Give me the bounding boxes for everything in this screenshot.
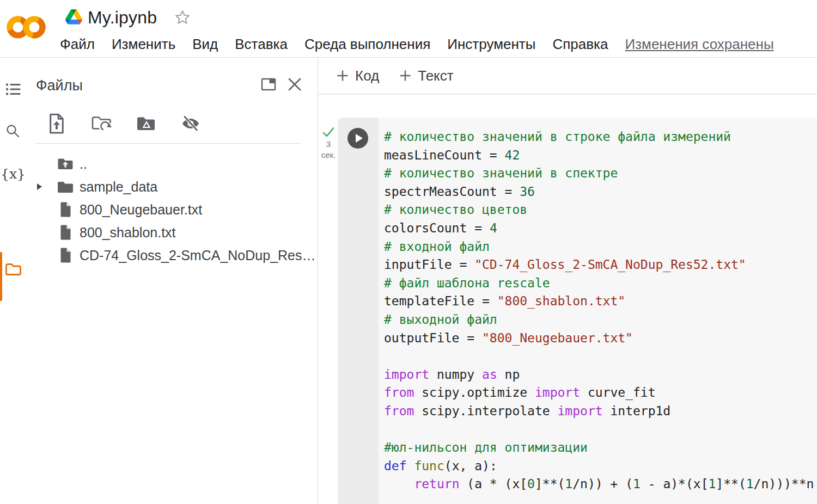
plus-icon <box>399 69 412 82</box>
toggle-hidden-files-icon[interactable] <box>180 112 202 135</box>
plus-icon <box>336 69 349 82</box>
code-editor[interactable]: # количество значений в строке файла изм… <box>379 118 817 504</box>
files-panel: Файлы <box>25 58 318 504</box>
code-line: import numpy as np <box>384 366 817 384</box>
menu-edit[interactable]: Изменить <box>112 36 175 53</box>
code-line: outputFile = "800_Neugebauer.txt" <box>384 329 817 348</box>
variables-icon[interactable]: {x} <box>4 164 22 183</box>
cell-gutter <box>338 118 379 504</box>
code-line <box>384 347 817 366</box>
add-code-label: Код <box>355 67 379 84</box>
tree-row-folder[interactable]: sample_data <box>25 175 318 198</box>
menu-tools[interactable]: Инструменты <box>447 36 535 53</box>
check-icon <box>322 126 335 138</box>
table-of-contents-icon[interactable] <box>4 80 22 99</box>
app-header: My.ipynb Файл Изменить Вид Вставка Среда… <box>0 0 817 58</box>
add-text-label: Текст <box>418 67 453 84</box>
mount-drive-icon[interactable] <box>135 112 157 135</box>
menu-file[interactable]: Файл <box>60 36 95 53</box>
exec-duration-value: 3 <box>326 139 331 149</box>
upload-file-icon[interactable] <box>46 112 68 135</box>
menu-view[interactable]: Вид <box>192 36 218 53</box>
menu-bar: Файл Изменить Вид Вставка Среда выполнен… <box>60 36 774 53</box>
play-icon <box>356 134 363 143</box>
code-line: #юл-нильсон для оптимизации <box>384 439 817 457</box>
tree-row-file[interactable]: CD-74_Gloss_2-SmCA_NoDup_Res… <box>25 244 318 267</box>
file-icon <box>56 201 75 218</box>
code-line: measLineCount = 42 <box>384 146 817 165</box>
code-line: from scipy.optimize import curve_fit <box>384 384 817 402</box>
tree-row-file[interactable]: 800_Neugebauer.txt <box>25 198 318 221</box>
folder-icon <box>56 180 75 194</box>
file-icon <box>56 247 75 263</box>
tree-label: sample_data <box>80 179 157 195</box>
cell-exec-status[interactable]: 3 сек. <box>319 126 338 160</box>
code-line: # входной файл <box>384 238 817 256</box>
code-line: # количество значений в спектре <box>384 164 817 183</box>
file-icon <box>56 224 75 241</box>
code-line: return (a * (x[0]**(1/n)) + (1 - a)*(x[1… <box>384 475 817 494</box>
tree-row-file[interactable]: 800_shablon.txt <box>25 221 318 244</box>
active-panel-indicator <box>0 252 2 301</box>
files-panel-title: Файлы <box>36 77 83 94</box>
menu-insert[interactable]: Вставка <box>235 36 288 53</box>
files-icon[interactable] <box>4 260 22 279</box>
file-tree: .. sample_data 800_Neugebauer.txt <box>25 152 318 267</box>
code-line: # количество значений в строке файла изм… <box>384 128 817 146</box>
tree-row-up[interactable]: .. <box>25 152 318 175</box>
add-code-button[interactable]: Код <box>336 67 379 84</box>
up-folder-icon <box>56 157 75 170</box>
notebook-area: Код Текст 3 сек. # количество значений в… <box>318 58 817 504</box>
exec-duration-unit: сек. <box>321 150 336 160</box>
code-line: spectrMeasCount = 36 <box>384 183 817 201</box>
code-line <box>384 421 817 439</box>
code-line: # выходной файл <box>384 311 817 329</box>
close-panel-icon[interactable] <box>285 75 304 94</box>
files-toolbar-divider <box>35 143 301 144</box>
tree-label: 800_Neugebauer.txt <box>80 202 202 218</box>
left-rail: {x} <box>0 58 25 504</box>
notebook-toolbar: Код Текст <box>318 58 817 94</box>
code-line: from scipy.interpolate import interp1d <box>384 402 817 421</box>
tree-label: CD-74_Gloss_2-SmCA_NoDup_Res… <box>80 248 316 263</box>
drive-icon <box>65 9 82 27</box>
code-line: colorsCount = 4 <box>384 219 817 238</box>
star-icon[interactable] <box>174 9 191 28</box>
add-text-button[interactable]: Текст <box>399 67 453 84</box>
code-line: inputFile = "CD-74_Gloss_2-SmCA_NoDup_Re… <box>384 256 817 274</box>
code-line: # количество цветов <box>384 201 817 219</box>
code-cell[interactable]: # количество значений в строке файла изм… <box>338 118 817 504</box>
tree-label: .. <box>80 156 87 172</box>
code-line: # файл шаблона rescale <box>384 274 817 293</box>
code-line: templateFile = "800_shablon.txt" <box>384 292 817 311</box>
expand-caret-icon[interactable] <box>37 183 42 190</box>
code-line: def func(x, a): <box>384 457 817 476</box>
files-toolbar <box>46 112 202 135</box>
search-icon[interactable] <box>4 122 22 140</box>
run-cell-button[interactable] <box>347 128 368 149</box>
menu-help[interactable]: Справка <box>552 36 608 53</box>
notebook-title[interactable]: My.ipynb <box>88 8 157 28</box>
menu-runtime[interactable]: Среда выполнения <box>304 36 430 53</box>
tree-label: 800_shablon.txt <box>80 225 176 241</box>
colab-logo[interactable] <box>7 10 46 46</box>
open-in-tab-icon[interactable] <box>259 75 278 94</box>
refresh-folder-icon[interactable] <box>90 112 112 135</box>
save-status-link[interactable]: Изменения сохранены <box>625 36 773 53</box>
